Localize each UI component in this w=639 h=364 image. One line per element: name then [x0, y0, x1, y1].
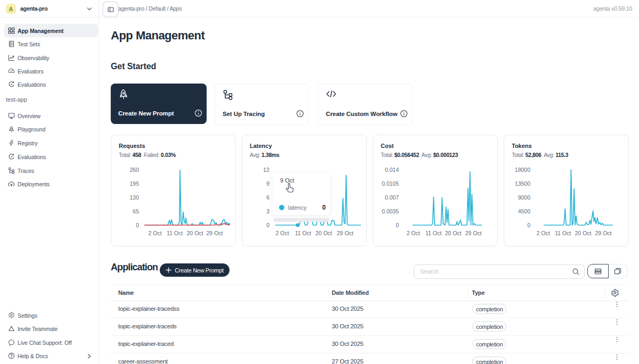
svg-text:9: 9	[266, 180, 269, 187]
svg-text:20 Oct: 20 Oct	[575, 230, 592, 236]
svg-text:0: 0	[396, 222, 399, 228]
svg-text:29 Oct: 29 Oct	[595, 230, 612, 236]
svg-text:65: 65	[133, 208, 139, 214]
svg-text:2 Oct: 2 Oct	[406, 230, 420, 236]
svg-text:0.007: 0.007	[385, 194, 399, 201]
svg-text:11 Oct: 11 Oct	[167, 230, 183, 236]
svg-text:2 Oct: 2 Oct	[275, 230, 289, 236]
svg-text:0: 0	[266, 222, 269, 228]
svg-text:29 Oct: 29 Oct	[337, 230, 354, 236]
svg-text:0.0035: 0.0035	[382, 208, 399, 214]
svg-text:0: 0	[527, 222, 530, 228]
svg-text:0.014: 0.014	[385, 167, 399, 173]
svg-text:11 Oct: 11 Oct	[295, 230, 311, 236]
svg-text:20 Oct: 20 Oct	[316, 230, 332, 236]
svg-text:0.0105: 0.0105	[382, 180, 399, 187]
svg-text:130: 130	[129, 194, 139, 201]
svg-text:29 Oct: 29 Oct	[465, 230, 482, 236]
svg-text:195: 195	[129, 180, 139, 187]
svg-text:4500: 4500	[518, 208, 531, 214]
svg-text:260: 260	[129, 167, 139, 173]
svg-text:11 Oct: 11 Oct	[555, 230, 571, 236]
svg-text:29 Oct: 29 Oct	[207, 230, 223, 236]
svg-text:12: 12	[263, 167, 269, 173]
svg-text:18000: 18000	[515, 167, 530, 173]
svg-text:13500: 13500	[515, 180, 530, 187]
svg-text:0: 0	[136, 222, 139, 228]
svg-text:6: 6	[266, 194, 269, 201]
svg-text:20 Oct: 20 Oct	[445, 230, 462, 236]
svg-text:11 Oct: 11 Oct	[425, 230, 441, 236]
svg-text:2 Oct: 2 Oct	[148, 230, 161, 236]
svg-text:2 Oct: 2 Oct	[536, 230, 550, 236]
svg-text:20 Oct: 20 Oct	[187, 230, 203, 236]
svg-text:3: 3	[266, 208, 269, 214]
svg-text:9000: 9000	[518, 194, 531, 201]
